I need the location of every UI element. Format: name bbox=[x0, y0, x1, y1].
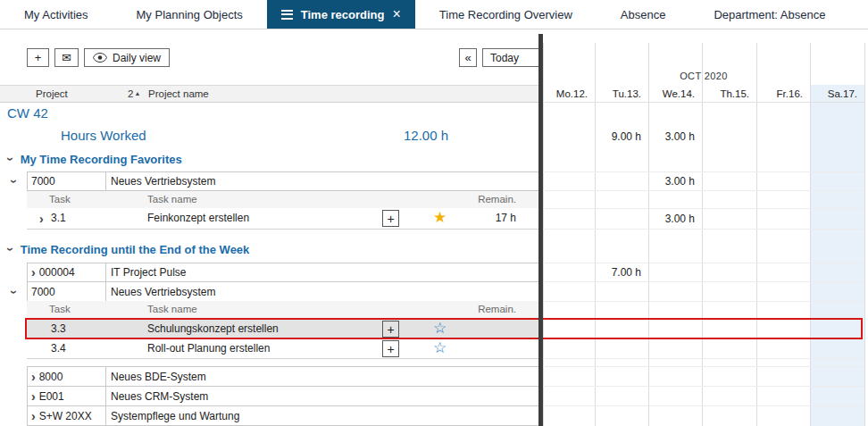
row-gridline bbox=[543, 338, 864, 339]
favorite-star-outline-icon[interactable]: ☆ bbox=[433, 320, 447, 338]
project-name: Neues BDE-System bbox=[111, 371, 206, 383]
project-name-cell: Neues BDE-System bbox=[106, 367, 538, 386]
task-row-3-1[interactable]: › 3.1 Feinkonzept erstellen + ★ 17 h bbox=[27, 208, 539, 230]
project-code: E001 bbox=[39, 390, 64, 403]
time-recording-app: My Activities My Planning Objects Time r… bbox=[0, 0, 868, 426]
task-row-3-3-selected[interactable]: 3.3 Schulungskonzept erstellen + ☆ bbox=[27, 319, 539, 338]
row-gridline bbox=[543, 281, 864, 282]
sort-priority-label: 2 bbox=[128, 88, 133, 99]
task-column-header: Task bbox=[49, 194, 71, 205]
tab-absence[interactable]: Absence bbox=[597, 0, 690, 29]
chevron-down-icon: › bbox=[4, 157, 17, 162]
calendar-week-label: CW 42 bbox=[7, 105, 48, 121]
chevron-right-icon[interactable]: › bbox=[31, 266, 36, 279]
project-column-header[interactable]: Project bbox=[36, 88, 68, 99]
project-name-column-header[interactable]: Project name bbox=[148, 88, 209, 99]
column-gridline bbox=[756, 43, 757, 426]
column-gridline bbox=[648, 43, 649, 426]
menu-icon[interactable] bbox=[281, 10, 293, 20]
project-row-7000-favorites[interactable]: 7000 Neues Vertriebsystem bbox=[27, 171, 539, 191]
project-row-8000[interactable]: › 8000 Neues BDE-System bbox=[27, 366, 539, 387]
favorite-star-outline-icon[interactable]: ☆ bbox=[433, 339, 447, 357]
project-name: Neues CRM-System bbox=[111, 390, 208, 403]
tab-my-planning-objects[interactable]: My Planning Objects bbox=[113, 0, 267, 29]
column-gridline bbox=[864, 43, 865, 426]
project-code: 7000 bbox=[31, 286, 55, 298]
project-row-sw20xx[interactable]: › S+W 20XX Systempflege und Wartung bbox=[27, 405, 539, 426]
tab-department-absence[interactable]: Department: Absence bbox=[689, 0, 849, 29]
task-name-column-header: Task name bbox=[147, 194, 197, 205]
hours-worked-cell-we[interactable]: 3.00 h bbox=[649, 126, 695, 147]
add-time-entry-button[interactable]: + bbox=[382, 321, 399, 338]
project-name-cell: Neues Vertriebsystem bbox=[106, 282, 538, 301]
chevron-down-icon[interactable]: › bbox=[8, 290, 21, 295]
row-gridline bbox=[543, 301, 864, 302]
project-code-cell: › E001 bbox=[28, 387, 106, 405]
task-id: 3.4 bbox=[51, 342, 66, 355]
column-gridline bbox=[702, 43, 703, 426]
section-favorites[interactable]: › My Time Recording Favorites bbox=[0, 150, 182, 168]
chevron-down-icon[interactable]: › bbox=[8, 180, 21, 184]
day-header-tu: Tu.13. bbox=[595, 87, 641, 101]
task-row-3-4[interactable]: 3.4 Roll-out Planung erstellen + ☆ bbox=[27, 338, 539, 359]
project-name-cell: IT Project Pulse bbox=[106, 263, 538, 281]
task-id: 3.1 bbox=[51, 212, 66, 224]
project-name-cell: Neues CRM-System bbox=[106, 387, 538, 405]
close-icon[interactable]: × bbox=[392, 7, 400, 21]
row-gridline bbox=[543, 190, 864, 191]
mail-button[interactable]: ✉ bbox=[54, 48, 79, 67]
add-time-entry-button[interactable]: + bbox=[382, 210, 399, 227]
project-name-cell: Systempflege und Wartung bbox=[106, 406, 538, 425]
project-row-7000[interactable]: 7000 Neues Vertriebsystem bbox=[27, 281, 539, 302]
day-header-th: Th.15. bbox=[702, 87, 749, 101]
project-name: Systempflege und Wartung bbox=[111, 410, 239, 422]
project-hours-cell-we[interactable]: 3.00 h bbox=[649, 171, 695, 191]
project-hours-cell-tu[interactable]: 7.00 h bbox=[596, 263, 641, 282]
row-gridline bbox=[543, 358, 864, 359]
tab-time-recording[interactable]: Time recording × bbox=[267, 0, 415, 29]
column-gridline bbox=[543, 43, 544, 426]
sort-indicator[interactable]: 2 ▲ bbox=[128, 88, 140, 99]
pane-splitter[interactable] bbox=[538, 34, 543, 426]
chevron-right-icon[interactable]: › bbox=[31, 371, 36, 383]
task-id: 3.3 bbox=[51, 322, 66, 335]
daily-view-button[interactable]: Daily view bbox=[84, 48, 170, 67]
hours-worked-total: 12.00 h bbox=[404, 128, 448, 143]
project-code-cell: › S+W 20XX bbox=[28, 406, 106, 425]
tab-my-activities[interactable]: My Activities bbox=[0, 0, 113, 29]
chevron-right-icon[interactable]: › bbox=[31, 410, 36, 422]
project-code: 000004 bbox=[39, 266, 75, 279]
task-hours-cell-we[interactable]: 3.00 h bbox=[649, 208, 695, 230]
favorite-star-filled-icon[interactable]: ★ bbox=[433, 209, 447, 227]
task-column-header: Task bbox=[49, 304, 71, 314]
project-name: Neues Vertriebsystem bbox=[111, 175, 215, 188]
tab-time-recording-overview[interactable]: Time Recording Overview bbox=[415, 0, 597, 29]
row-gridline bbox=[543, 319, 864, 320]
chevron-right-icon[interactable]: › bbox=[31, 390, 36, 403]
project-grid-header: Project 2 ▲ Project name bbox=[0, 85, 539, 103]
section-end-of-week[interactable]: › Time Recording until the End of the We… bbox=[0, 240, 249, 258]
chevron-right-icon[interactable]: › bbox=[39, 213, 44, 225]
remain-column-header: Remain. bbox=[478, 304, 516, 314]
project-name-cell: Neues Vertriebsystem bbox=[106, 172, 538, 190]
double-chevron-left-icon: « bbox=[464, 51, 471, 64]
task-name-column-header: Task name bbox=[147, 304, 197, 314]
task-name: Roll-out Planung erstellen bbox=[147, 342, 270, 355]
eye-icon bbox=[93, 53, 107, 63]
mail-icon: ✉ bbox=[62, 51, 71, 64]
day-header-fr: Fr.16. bbox=[756, 87, 803, 101]
tab-bar: My Activities My Planning Objects Time r… bbox=[0, 0, 868, 29]
hours-worked-cell-tu[interactable]: 9.00 h bbox=[596, 126, 641, 147]
project-code-cell: 7000 bbox=[28, 172, 106, 190]
project-row-000004[interactable]: › 000004 IT Project Pulse bbox=[27, 263, 539, 282]
project-row-e001[interactable]: › E001 Neues CRM-System bbox=[27, 386, 539, 406]
add-time-entry-button[interactable]: + bbox=[382, 340, 399, 357]
row-gridline bbox=[543, 102, 864, 103]
add-button[interactable]: + bbox=[27, 48, 49, 67]
remaining-hours: 17 h bbox=[496, 212, 516, 224]
sort-ascending-icon: ▲ bbox=[134, 90, 140, 99]
previous-period-button[interactable]: « bbox=[459, 48, 477, 67]
task-header-row: Task Task name Remain. bbox=[27, 301, 539, 319]
today-button[interactable]: Today bbox=[482, 48, 539, 67]
project-code: 8000 bbox=[39, 371, 63, 383]
